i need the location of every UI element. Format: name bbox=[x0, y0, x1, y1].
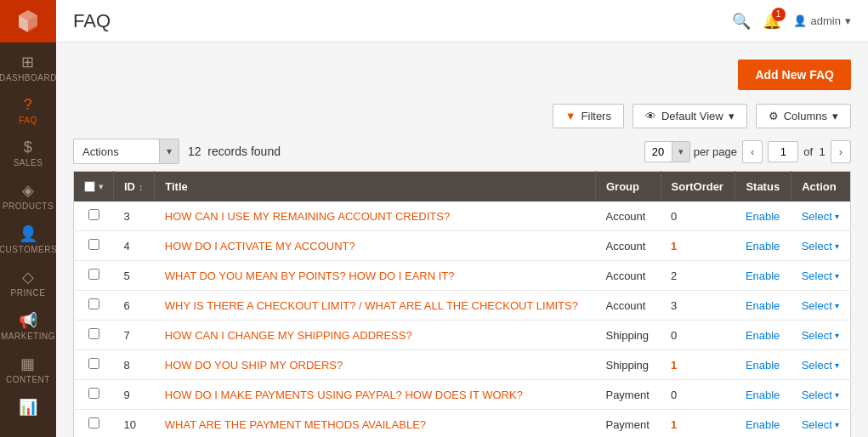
per-page-select[interactable]: 20 ▾ bbox=[644, 141, 690, 162]
row-sortorder: 3 bbox=[661, 291, 735, 321]
row-title-link[interactable]: HOW CAN I CHANGE MY SHIPPING ADDRESS? bbox=[165, 329, 412, 342]
row-select-button[interactable]: Select ▾ bbox=[802, 270, 839, 282]
sidebar-item-label: SALES bbox=[14, 158, 43, 167]
records-label: records found bbox=[207, 145, 281, 158]
search-icon[interactable]: 🔍 bbox=[732, 12, 751, 31]
select-all-checkbox[interactable] bbox=[84, 181, 95, 192]
page-number-input[interactable] bbox=[768, 141, 798, 162]
table-row: 6 WHY IS THERE A CHECKOUT LIMIT? / WHAT … bbox=[74, 291, 851, 321]
row-title-link[interactable]: HOW CAN I USE MY REMAINING ACCOUNT CREDI… bbox=[165, 210, 450, 223]
row-id: 4 bbox=[114, 231, 155, 261]
faq-icon: ? bbox=[24, 96, 33, 114]
row-select-button[interactable]: Select ▾ bbox=[802, 240, 839, 253]
records-count: 12 bbox=[188, 145, 201, 158]
row-select-button[interactable]: Select ▾ bbox=[802, 359, 839, 372]
sidebar-item-label: CUSTOMERS bbox=[0, 245, 57, 254]
table-row: 4 HOW DO I ACTIVATE MY ACCOUNT? Account … bbox=[74, 231, 851, 261]
row-title-link[interactable]: HOW DO I ACTIVATE MY ACCOUNT? bbox=[165, 240, 355, 253]
notification-bell[interactable]: 🔔 1 bbox=[763, 12, 781, 31]
row-checkbox-cell bbox=[74, 261, 114, 291]
sidebar-item-sales[interactable]: $ SALES bbox=[0, 132, 56, 174]
admin-icon: 👤 bbox=[793, 14, 807, 27]
row-checkbox[interactable] bbox=[88, 417, 99, 428]
row-group: Account bbox=[595, 261, 661, 291]
eye-icon: 👁 bbox=[645, 110, 656, 122]
table-controls: Actions ▾ 12 records found 20 ▾ bbox=[73, 139, 851, 164]
view-label: Default View bbox=[661, 110, 723, 122]
row-select-button[interactable]: Select ▾ bbox=[802, 210, 839, 223]
row-status: Enable bbox=[735, 201, 791, 231]
sidebar-item-products[interactable]: ◈ PRODUCTS bbox=[0, 174, 56, 218]
per-page-wrap: 20 ▾ per page bbox=[644, 141, 737, 162]
row-checkbox[interactable] bbox=[88, 358, 99, 369]
sidebar-item-dashboard[interactable]: ⊞ DASHBOARD bbox=[0, 46, 56, 89]
table-row: 10 WHAT ARE THE PAYMENT METHODS AVAILABL… bbox=[74, 410, 851, 438]
select-label: Select bbox=[802, 240, 832, 253]
per-page-arrow[interactable]: ▾ bbox=[672, 142, 689, 162]
row-checkbox[interactable] bbox=[88, 298, 99, 309]
page-total: 1 bbox=[819, 145, 825, 158]
admin-menu[interactable]: 👤 admin ▾ bbox=[793, 14, 851, 27]
sidebar-item-prince[interactable]: ◇ PRINCE bbox=[0, 261, 56, 304]
next-page-button[interactable]: › bbox=[831, 140, 851, 163]
columns-button[interactable]: ⚙ Columns ▾ bbox=[756, 104, 851, 128]
main-area: FAQ 🔍 🔔 1 👤 admin ▾ Add New FAQ ▼ Filter… bbox=[56, 0, 868, 437]
add-new-faq-button[interactable]: Add New FAQ bbox=[738, 60, 851, 90]
select-caret-icon: ▾ bbox=[835, 420, 839, 429]
row-title-link[interactable]: HOW DO I MAKE PAYMENTS USING PAYPAL? HOW… bbox=[165, 389, 523, 401]
sort-icon[interactable]: ↕ bbox=[139, 182, 144, 192]
row-select-button[interactable]: Select ▾ bbox=[802, 418, 839, 431]
row-status: Enable bbox=[735, 291, 791, 321]
row-checkbox-cell bbox=[74, 201, 114, 231]
notification-badge: 1 bbox=[772, 8, 786, 21]
row-checkbox-cell bbox=[74, 350, 114, 380]
row-status: Enable bbox=[735, 231, 791, 261]
sidebar-item-reports[interactable]: 📊 bbox=[0, 391, 56, 425]
sidebar-item-marketing[interactable]: 📢 MARKETING bbox=[0, 304, 56, 348]
row-select-button[interactable]: Select ▾ bbox=[802, 389, 839, 401]
default-view-button[interactable]: 👁 Default View ▾ bbox=[633, 104, 747, 128]
row-checkbox[interactable] bbox=[88, 239, 99, 250]
row-title: HOW CAN I CHANGE MY SHIPPING ADDRESS? bbox=[155, 321, 596, 350]
table-header-row: ▾ ID ↕ Title Group SortOrder Status Acti… bbox=[74, 172, 851, 202]
customers-icon: 👤 bbox=[19, 224, 38, 243]
row-title-link[interactable]: HOW DO YOU SHIP MY ORDERS? bbox=[165, 359, 343, 372]
actions-dropdown[interactable]: Actions bbox=[74, 140, 159, 163]
row-checkbox[interactable] bbox=[88, 209, 99, 220]
row-sortorder: 0 bbox=[661, 321, 735, 350]
row-checkbox[interactable] bbox=[88, 328, 99, 339]
actions-dropdown-arrow[interactable]: ▾ bbox=[159, 139, 179, 163]
filters-button[interactable]: ▼ Filters bbox=[553, 104, 624, 128]
select-caret-icon: ▾ bbox=[835, 331, 839, 340]
row-action: Select ▾ bbox=[791, 201, 851, 231]
th-sortorder: SortOrder bbox=[661, 172, 735, 202]
row-title: HOW CAN I USE MY REMAINING ACCOUNT CREDI… bbox=[155, 201, 596, 231]
view-chevron-icon: ▾ bbox=[729, 110, 735, 122]
row-select-button[interactable]: Select ▾ bbox=[802, 299, 839, 312]
row-title-link[interactable]: WHY IS THERE A CHECKOUT LIMIT? / WHAT AR… bbox=[165, 299, 578, 312]
row-sortorder: 0 bbox=[661, 380, 735, 410]
table-row: 5 WHAT DO YOU MEAN BY POINTS? HOW DO I E… bbox=[74, 261, 851, 291]
row-checkbox[interactable] bbox=[88, 269, 99, 280]
sidebar-item-customers[interactable]: 👤 CUSTOMERS bbox=[0, 218, 56, 261]
reports-icon: 📊 bbox=[19, 398, 38, 417]
sidebar-item-content[interactable]: ▦ CONTENT bbox=[0, 348, 56, 391]
row-title-link[interactable]: WHAT ARE THE PAYMENT METHODS AVAILABLE? bbox=[165, 418, 426, 431]
sidebar-item-faq[interactable]: ? FAQ bbox=[0, 89, 56, 132]
checkbox-caret-icon[interactable]: ▾ bbox=[99, 182, 103, 191]
row-status: Enable bbox=[735, 410, 791, 438]
per-page-label: per page bbox=[694, 145, 737, 158]
row-select-button[interactable]: Select ▾ bbox=[802, 329, 839, 342]
actions-select[interactable]: Actions ▾ bbox=[73, 139, 179, 164]
sidebar-item-label: MARKETING bbox=[1, 332, 55, 341]
per-page-dropdown[interactable]: 20 bbox=[645, 142, 672, 162]
row-checkbox[interactable] bbox=[88, 388, 99, 399]
th-status: Status bbox=[735, 172, 791, 202]
row-action: Select ▾ bbox=[791, 350, 851, 380]
dashboard-icon: ⊞ bbox=[21, 53, 35, 71]
row-title-link[interactable]: WHAT DO YOU MEAN BY POINTS? HOW DO I EAR… bbox=[165, 270, 455, 282]
sidebar-logo[interactable] bbox=[0, 0, 56, 43]
select-caret-icon: ▾ bbox=[835, 390, 839, 400]
prev-page-button[interactable]: ‹ bbox=[742, 140, 763, 163]
filter-bar: ▼ Filters 👁 Default View ▾ ⚙ Columns ▾ bbox=[73, 104, 851, 128]
